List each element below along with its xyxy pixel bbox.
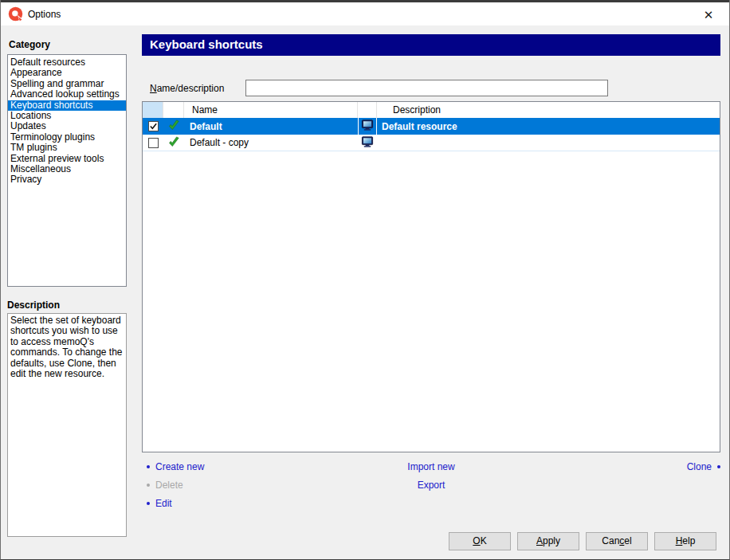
sidebar-item-terminology-plugins[interactable]: Terminology plugins bbox=[8, 132, 126, 143]
description-label: Description bbox=[7, 300, 60, 311]
ok-button[interactable]: OK bbox=[449, 532, 511, 550]
icon-column-header bbox=[358, 102, 377, 118]
table-row[interactable]: Default - copy bbox=[143, 135, 720, 151]
category-listbox: Default resources Appearance Spelling an… bbox=[7, 54, 127, 287]
clone-link[interactable]: Clone bbox=[687, 461, 720, 472]
resource-name: Default bbox=[184, 118, 358, 135]
description-text: Select the set of keyboard shortcuts you… bbox=[10, 315, 123, 379]
sidebar-item-locations[interactable]: Locations bbox=[8, 111, 126, 121]
row-checkbox[interactable] bbox=[148, 138, 159, 148]
cancel-button[interactable]: Cancel bbox=[586, 532, 648, 550]
sidebar-item-external-preview-tools[interactable]: External preview tools bbox=[8, 154, 126, 164]
sidebar-item-keyboard-shortcuts[interactable]: Keyboard shortcuts bbox=[8, 100, 126, 111]
status-column-header bbox=[163, 102, 184, 118]
sidebar-item-appearance[interactable]: Appearance bbox=[8, 68, 126, 78]
sidebar-item-updates[interactable]: Updates bbox=[8, 121, 126, 131]
apply-button[interactable]: Apply bbox=[517, 532, 579, 550]
name-column-header: Name bbox=[184, 102, 358, 118]
titlebar: Options ✕ bbox=[1, 2, 729, 25]
resource-name: Default - copy bbox=[184, 135, 358, 151]
bullet-icon bbox=[147, 502, 150, 505]
memoq-logo-icon bbox=[8, 6, 23, 22]
description-box: Select the set of keyboard shortcuts you… bbox=[7, 313, 127, 537]
local-resource-icon bbox=[361, 135, 374, 151]
options-dialog: Options ✕ Category Default resources App… bbox=[0, 0, 730, 560]
table-row[interactable]: Default Default resource bbox=[143, 118, 720, 135]
name-description-input[interactable] bbox=[245, 80, 608, 96]
bullet-icon bbox=[717, 465, 720, 468]
valid-check-icon bbox=[167, 119, 180, 134]
local-resource-icon bbox=[361, 119, 374, 134]
sidebar-item-privacy[interactable]: Privacy bbox=[8, 174, 126, 185]
name-description-label: Name/description bbox=[150, 83, 224, 94]
window-title: Options bbox=[28, 9, 61, 20]
checkbox-column-header bbox=[143, 102, 163, 118]
sidebar-item-tm-plugins[interactable]: TM plugins bbox=[8, 143, 126, 153]
edit-link[interactable]: Edit bbox=[147, 498, 172, 509]
sidebar-item-default-resources[interactable]: Default resources bbox=[8, 57, 126, 68]
page-title: Keyboard shortcuts bbox=[142, 34, 720, 56]
resource-description: Default resource bbox=[377, 118, 720, 135]
sidebar-item-miscellaneous[interactable]: Miscellaneous bbox=[8, 164, 126, 174]
description-column-header: Description bbox=[377, 102, 720, 118]
table-header-row: Name Description bbox=[143, 102, 720, 118]
sidebar-item-advanced-lookup-settings[interactable]: Advanced lookup settings bbox=[8, 89, 126, 100]
valid-check-icon bbox=[167, 135, 180, 151]
close-icon[interactable]: ✕ bbox=[694, 5, 723, 25]
row-checkbox[interactable] bbox=[148, 121, 159, 131]
help-button[interactable]: Help bbox=[654, 532, 716, 550]
category-label: Category bbox=[9, 39, 50, 50]
import-new-link[interactable]: Import new bbox=[407, 461, 454, 472]
resource-description bbox=[377, 135, 720, 151]
resources-table: Name Description Default bbox=[142, 101, 720, 452]
export-link[interactable]: Export bbox=[418, 480, 445, 491]
sidebar-item-spelling-and-grammar[interactable]: Spelling and grammar bbox=[8, 79, 126, 89]
